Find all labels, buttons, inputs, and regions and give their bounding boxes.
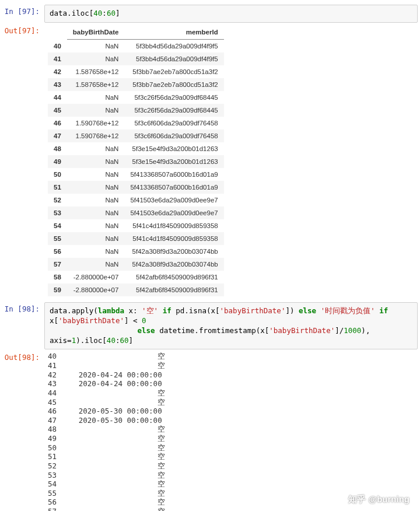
cell-memberId: 5f3c6f606da29a009df76458 [124,130,223,142]
prompt-in-97: In [97]: [2,5,44,23]
row-index: 50 [48,168,67,181]
cell-memberId: 5f3c26f56da29a009df68445 [124,104,223,117]
code-input-98[interactable]: data.apply(lambda x: '空' if pd.isna(x['b… [44,302,418,350]
dataframe-97: babyBirthDate memberId 40NaN5f3bb4d56da2… [48,25,224,296]
cell-97-input: In [97]: data.iloc[40:60] [2,5,418,23]
cell-memberId: 5f42afb6f84509009d896f31 [124,271,223,284]
row-index: 51 [48,181,67,194]
cell-babyBirthDate: NaN [67,52,125,65]
row-index: 48 [48,142,67,155]
table-row: 40NaN5f3bb4d56da29a009df4f9f5 [48,39,224,52]
row-index: 44 [48,91,67,104]
cell-memberId: 5f413368507a6000b16d01a9 [124,181,223,194]
row-index: 42 [48,65,67,78]
code-input-97[interactable]: data.iloc[40:60] [44,5,418,23]
row-index: 47 [48,130,67,142]
cell-memberId: 5f41c4d1f84509009d859358 [124,232,223,245]
cell-memberId: 5f3bb4d56da29a009df4f9f5 [124,39,223,52]
table-row: 53NaN5f41503e6da29a009d0ee9e7 [48,206,224,219]
cell-97-output: Out[97]: babyBirthDate memberId 40NaN5f3… [2,24,418,301]
cell-memberId: 5f3bb4d56da29a009df4f9f5 [124,52,223,65]
col-memberId: memberId [124,25,223,40]
table-row: 58-2.880000e+075f42afb6f84509009d896f31 [48,271,224,284]
row-index: 46 [48,117,67,130]
cell-babyBirthDate: NaN [67,155,125,168]
table-row: 55NaN5f41c4d1f84509009d859358 [48,232,224,245]
table-row: 56NaN5f42a308f9d3a200b03074bb [48,245,224,258]
cell-babyBirthDate: NaN [67,39,125,52]
row-index: 53 [48,206,67,219]
cell-babyBirthDate: NaN [67,206,125,219]
cell-babyBirthDate: NaN [67,194,125,206]
cell-memberId: 5f42afb6f84509009d896f31 [124,284,223,296]
cell-babyBirthDate: NaN [67,232,125,245]
table-row: 50NaN5f413368507a6000b16d01a9 [48,168,224,181]
cell-memberId: 5f3bb7ae2eb7a800cd51a3f2 [124,78,223,91]
cell-memberId: 5f3e15e4f9d3a200b01d1263 [124,142,223,155]
output-98: 40 空 41 空 42 2020-04-24 00:00:00 43 2020… [44,351,418,511]
col-babyBirthDate: babyBirthDate [67,25,125,40]
table-row: 45NaN5f3c26f56da29a009df68445 [48,104,224,117]
table-row: 471.590768e+125f3c6f606da29a009df76458 [48,130,224,142]
cell-memberId: 5f3c6f606da29a009df76458 [124,117,223,130]
table-row: 421.587658e+125f3bb7ae2eb7a800cd51a3f2 [48,65,224,78]
cell-memberId: 5f3c26f56da29a009df68445 [124,91,223,104]
cell-98-input: In [98]: data.apply(lambda x: '空' if pd.… [2,302,418,350]
row-index: 41 [48,52,67,65]
row-index: 57 [48,258,67,271]
cell-babyBirthDate: 1.590768e+12 [67,117,125,130]
cell-babyBirthDate: NaN [67,104,125,117]
cell-babyBirthDate: NaN [67,91,125,104]
table-row: 57NaN5f42a308f9d3a200b03074bb [48,258,224,271]
cell-memberId: 5f41503e6da29a009d0ee9e7 [124,206,223,219]
table-row: 49NaN5f3e15e4f9d3a200b01d1263 [48,155,224,168]
row-index: 52 [48,194,67,206]
row-index: 40 [48,39,67,52]
cell-babyBirthDate: -2.880000e+07 [67,284,125,296]
row-index: 58 [48,271,67,284]
cell-babyBirthDate: NaN [67,245,125,258]
cell-98-output: Out[98]: 40 空 41 空 42 2020-04-24 00:00:0… [2,351,418,511]
table-row: 431.587658e+125f3bb7ae2eb7a800cd51a3f2 [48,78,224,91]
cell-memberId: 5f42a308f9d3a200b03074bb [124,245,223,258]
row-index: 45 [48,104,67,117]
table-row: 48NaN5f3e15e4f9d3a200b01d1263 [48,142,224,155]
df-corner [48,25,67,40]
prompt-out-98: Out[98]: [2,351,44,511]
cell-babyBirthDate: NaN [67,258,125,271]
table-row: 52NaN5f41503e6da29a009d0ee9e7 [48,194,224,206]
cell-babyBirthDate: 1.587658e+12 [67,78,125,91]
cell-babyBirthDate: NaN [67,219,125,232]
prompt-out-97: Out[97]: [2,24,44,301]
table-row: 44NaN5f3c26f56da29a009df68445 [48,91,224,104]
row-index: 59 [48,284,67,296]
prompt-in-98: In [98]: [2,302,44,350]
table-row: 41NaN5f3bb4d56da29a009df4f9f5 [48,52,224,65]
cell-memberId: 5f413368507a6000b16d01a9 [124,168,223,181]
series-output-98: 40 空 41 空 42 2020-04-24 00:00:00 43 2020… [48,352,414,511]
cell-memberId: 5f3e15e4f9d3a200b01d1263 [124,155,223,168]
cell-babyBirthDate: -2.880000e+07 [67,271,125,284]
row-index: 54 [48,219,67,232]
cell-memberId: 5f42a308f9d3a200b03074bb [124,258,223,271]
row-index: 49 [48,155,67,168]
cell-babyBirthDate: NaN [67,168,125,181]
cell-babyBirthDate: NaN [67,181,125,194]
table-row: 54NaN5f41c4d1f84509009d859358 [48,219,224,232]
cell-babyBirthDate: 1.590768e+12 [67,130,125,142]
table-row: 59-2.880000e+075f42afb6f84509009d896f31 [48,284,224,296]
row-index: 56 [48,245,67,258]
cell-babyBirthDate: NaN [67,142,125,155]
cell-babyBirthDate: 1.587658e+12 [67,65,125,78]
table-row: 51NaN5f413368507a6000b16d01a9 [48,181,224,194]
row-index: 55 [48,232,67,245]
cell-memberId: 5f41c4d1f84509009d859358 [124,219,223,232]
cell-memberId: 5f3bb7ae2eb7a800cd51a3f2 [124,65,223,78]
table-row: 461.590768e+125f3c6f606da29a009df76458 [48,117,224,130]
row-index: 43 [48,78,67,91]
cell-memberId: 5f41503e6da29a009d0ee9e7 [124,194,223,206]
output-97: babyBirthDate memberId 40NaN5f3bb4d56da2… [44,24,418,301]
